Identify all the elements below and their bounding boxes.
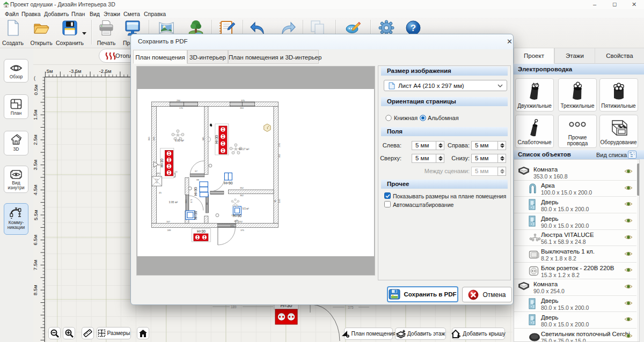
svg-text:9.80 м²: 9.80 м² bbox=[175, 139, 184, 142]
svg-text:375: 375 bbox=[241, 99, 245, 102]
svg-text:189: 189 bbox=[231, 305, 237, 309]
svg-text:294: 294 bbox=[177, 99, 181, 102]
svg-text:353: 353 bbox=[240, 107, 244, 109]
svg-text:171: 171 bbox=[190, 199, 193, 203]
svg-text:H=90: H=90 bbox=[224, 181, 233, 185]
svg-text:250: 250 bbox=[234, 220, 238, 222]
svg-text:H=90: H=90 bbox=[194, 187, 197, 196]
svg-text:H=30: H=30 bbox=[215, 135, 218, 144]
svg-text:41: 41 bbox=[158, 163, 160, 166]
svg-text:140: 140 bbox=[278, 199, 281, 203]
svg-text:461: 461 bbox=[278, 154, 281, 158]
svg-text:97: 97 bbox=[195, 170, 197, 173]
svg-text:167: 167 bbox=[166, 220, 171, 223]
svg-text:13: 13 bbox=[175, 170, 178, 173]
svg-text:9.5 м²: 9.5 м² bbox=[242, 207, 249, 210]
svg-text:170: 170 bbox=[179, 107, 184, 109]
svg-text:363: 363 bbox=[185, 199, 187, 204]
svg-text:88: 88 bbox=[206, 202, 208, 205]
svg-text:375: 375 bbox=[348, 306, 354, 309]
svg-text:98: 98 bbox=[196, 179, 199, 181]
svg-text:348: 348 bbox=[152, 137, 155, 141]
svg-text:51x: 51x bbox=[155, 179, 158, 181]
svg-text:189: 189 bbox=[167, 229, 171, 232]
svg-text:H=90: H=90 bbox=[194, 211, 197, 219]
svg-text:375: 375 bbox=[240, 229, 245, 232]
svg-text:363: 363 bbox=[148, 137, 150, 141]
svg-text:H=30: H=30 bbox=[160, 159, 164, 167]
svg-text:370: 370 bbox=[230, 225, 235, 227]
svg-text:?: ? bbox=[411, 23, 416, 33]
svg-text:170: 170 bbox=[231, 214, 236, 217]
svg-text:3.95 м²: 3.95 м² bbox=[169, 200, 178, 204]
svg-text:252: 252 bbox=[239, 220, 243, 223]
svg-text:352: 352 bbox=[240, 187, 244, 189]
svg-text:45: 45 bbox=[159, 191, 162, 194]
svg-text:385: 385 bbox=[202, 137, 204, 141]
svg-text:16.17 м²: 16.17 м² bbox=[238, 147, 249, 151]
svg-text:H=30: H=30 bbox=[197, 229, 206, 233]
svg-text:478: 478 bbox=[278, 143, 281, 147]
svg-text:85: 85 bbox=[274, 199, 276, 202]
svg-text:51: 51 bbox=[156, 182, 158, 184]
svg-text:362: 362 bbox=[240, 194, 244, 197]
